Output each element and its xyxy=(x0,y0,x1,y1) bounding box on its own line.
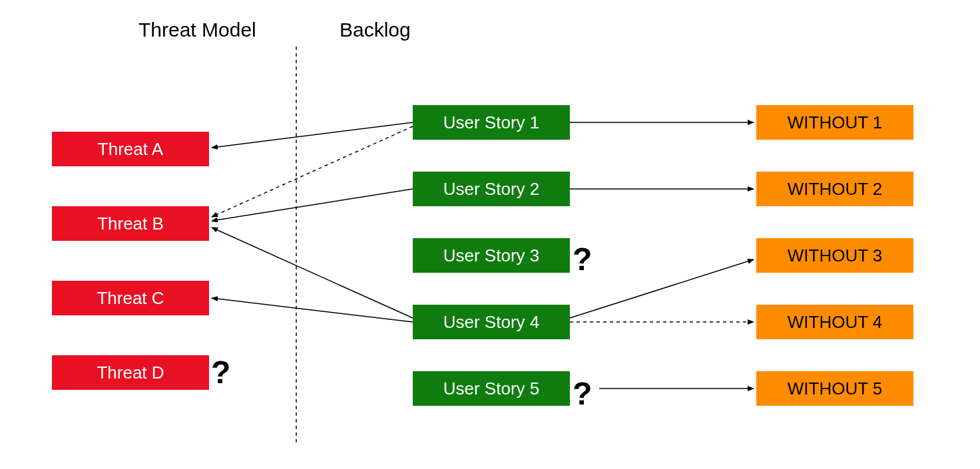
arrow-story4-without3 xyxy=(570,259,754,318)
threat-d-question-mark: ? xyxy=(211,354,230,391)
threat-d-box: Threat D xyxy=(52,355,209,390)
user-story-4-box: User Story 4 xyxy=(413,305,570,339)
arrow-story4-threatC xyxy=(212,298,413,322)
threat-model-heading: Threat Model xyxy=(138,19,256,41)
user-story-1-box: User Story 1 xyxy=(413,105,570,140)
user-story-5-box: User Story 5 xyxy=(413,371,570,406)
user-story-2-box: User Story 2 xyxy=(413,172,570,206)
user-story-3-question-mark: ? xyxy=(573,241,592,277)
without-2-box: WITHOUT 2 xyxy=(756,172,913,206)
without-5-box: WITHOUT 5 xyxy=(756,371,913,406)
threat-b-box: Threat B xyxy=(52,206,209,241)
arrow-story1-threatA xyxy=(212,122,413,148)
arrow-story1-threatB-dashed xyxy=(212,126,413,217)
user-story-5-question-mark: ? xyxy=(573,375,592,412)
threat-c-box: Threat C xyxy=(52,281,209,315)
without-3-box: WITHOUT 3 xyxy=(756,238,913,273)
arrow-story2-threatB xyxy=(212,189,413,221)
without-1-box: WITHOUT 1 xyxy=(756,105,913,140)
without-4-box: WITHOUT 4 xyxy=(756,305,913,339)
diagram-stage: Threat Model Backlog Threat A Threat B T… xyxy=(0,0,980,469)
backlog-heading: Backlog xyxy=(340,19,411,41)
threat-a-box: Threat A xyxy=(52,132,209,166)
arrow-story4-threatB xyxy=(212,228,413,318)
user-story-3-box: User Story 3 xyxy=(413,238,570,273)
